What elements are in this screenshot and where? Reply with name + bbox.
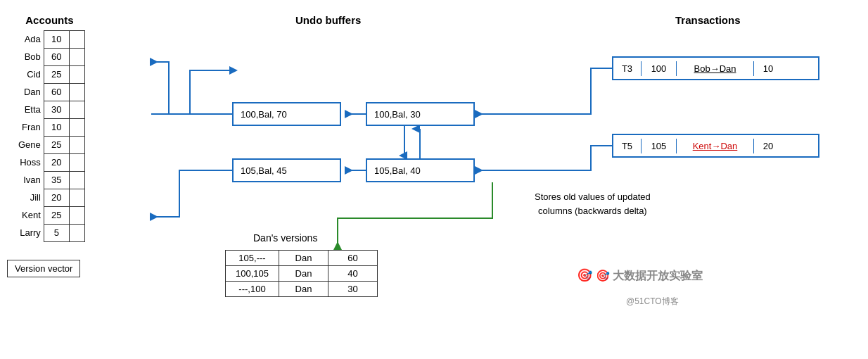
t5-transfer: Kent→Dan — [677, 139, 754, 153]
account-extra-col — [69, 31, 84, 49]
dans-val: 60 — [328, 251, 378, 266]
undo-box-4-label: 105,Bal, 40 — [367, 163, 428, 178]
account-name: Fran — [14, 119, 44, 137]
account-value: 25 — [44, 66, 69, 84]
accounts-row: Kent 25 — [14, 207, 84, 225]
stores-old-line2: columns (backwards delta) — [535, 204, 651, 218]
t3-transfer: Bob→Dan — [677, 61, 754, 76]
accounts-table: Ada 10 Bob 60 Cid 25 Dan 60 Etta 30 Fran… — [14, 30, 85, 242]
accounts-row: Dan 60 — [14, 84, 84, 101]
watermark: 🎯 🎯 大数据开放实验室 — [577, 267, 703, 284]
accounts-row: Larry 5 — [14, 225, 84, 242]
account-value: 5 — [44, 225, 69, 242]
page-container: Accounts Ada 10 Bob 60 Cid 25 Dan 60 Ett… — [0, 0, 868, 359]
account-extra-col — [69, 207, 84, 225]
accounts-row: Bob 60 — [14, 49, 84, 66]
undo-box-3-label: 105,Bal, 45 — [234, 163, 294, 178]
account-value: 60 — [44, 49, 69, 66]
account-value: 25 — [44, 137, 69, 154]
account-extra-col — [69, 225, 84, 242]
account-value: 10 — [44, 119, 69, 137]
box1-to-dan-arrow — [150, 62, 232, 114]
dans-ver: ---,100 — [226, 282, 279, 297]
watermark-sub: @51CTO博客 — [626, 296, 679, 308]
account-extra-col — [69, 119, 84, 137]
dans-versions-row: 100,105 Dan 40 — [226, 266, 378, 282]
account-extra-col — [69, 189, 84, 207]
undo-box-2: 100,Bal, 30 — [366, 102, 475, 126]
undo-box-4: 105,Bal, 40 — [366, 158, 475, 182]
t5-id: T5 — [613, 139, 642, 153]
account-name: Gene — [14, 137, 44, 154]
t5-box: T5 105 Kent→Dan 20 — [612, 134, 819, 158]
dans-versions-row: 105,--- Dan 60 — [226, 251, 378, 266]
accounts-row: Ivan 35 — [14, 172, 84, 189]
account-value: 20 — [44, 189, 69, 207]
dans-name: Dan — [279, 251, 328, 266]
account-value: 60 — [44, 84, 69, 101]
accounts-to-box1-arrow — [151, 70, 232, 114]
accounts-row: Ada 10 — [14, 31, 84, 49]
box4-to-dans-versions-arrow — [338, 182, 492, 250]
account-extra-col — [69, 172, 84, 189]
account-value: 30 — [44, 101, 69, 119]
t3-amount: 10 — [754, 61, 782, 76]
undo-box-1-label: 100,Bal, 70 — [234, 107, 294, 122]
transactions-title: Transactions — [675, 14, 741, 26]
account-value: 10 — [44, 31, 69, 49]
t3-box: T3 100 Bob→Dan 10 — [612, 56, 819, 80]
dans-versions-table: 105,--- Dan 60 100,105 Dan 40 ---,100 Da… — [225, 250, 378, 297]
account-name: Cid — [14, 66, 44, 84]
account-name: Bob — [14, 49, 44, 66]
account-name: Jill — [14, 189, 44, 207]
accounts-row: Cid 25 — [14, 66, 84, 84]
account-extra-col — [69, 101, 84, 119]
dans-val: 30 — [328, 282, 378, 297]
dans-versions-title: Dan's versions — [253, 232, 317, 244]
accounts-row: Jill 20 — [14, 189, 84, 207]
account-name: Ivan — [14, 172, 44, 189]
account-extra-col — [69, 66, 84, 84]
account-name: Dan — [14, 84, 44, 101]
version-vector-label: Version vector — [15, 263, 72, 274]
t3-to-box2-arrow — [475, 68, 612, 114]
stores-old-line1: Stores old values of updated — [535, 190, 651, 204]
watermark-text: 🎯 大数据开放实验室 — [596, 270, 703, 282]
account-value: 25 — [44, 207, 69, 225]
dans-name: Dan — [279, 266, 328, 282]
watermark-icon: 🎯 — [577, 268, 592, 282]
account-extra-col — [69, 49, 84, 66]
account-value: 35 — [44, 172, 69, 189]
t3-id: T3 — [613, 61, 642, 76]
dans-ver: 100,105 — [226, 266, 279, 282]
account-name: Etta — [14, 101, 44, 119]
account-value: 20 — [44, 154, 69, 172]
accounts-row: Gene 25 — [14, 137, 84, 154]
t5-amount: 20 — [754, 139, 782, 153]
accounts-row: Fran 10 — [14, 119, 84, 137]
accounts-title: Accounts — [14, 14, 85, 26]
account-name: Ada — [14, 31, 44, 49]
t5-num: 105 — [642, 139, 677, 153]
t3-num: 100 — [642, 61, 677, 76]
undo-box-2-label: 100,Bal, 30 — [367, 107, 428, 122]
account-extra-col — [69, 137, 84, 154]
accounts-row: Hoss 20 — [14, 154, 84, 172]
dans-ver: 105,--- — [226, 251, 279, 266]
accounts-section: Accounts Ada 10 Bob 60 Cid 25 Dan 60 Ett… — [14, 14, 85, 242]
stores-old-text: Stores old values of updated columns (ba… — [535, 190, 651, 218]
undo-box-1: 100,Bal, 70 — [232, 102, 341, 126]
undo-buffers-title: Undo buffers — [295, 14, 361, 26]
accounts-row: Etta 30 — [14, 101, 84, 119]
account-name: Hoss — [14, 154, 44, 172]
account-name: Kent — [14, 207, 44, 225]
undo-box-3: 105,Bal, 45 — [232, 158, 341, 182]
dans-val: 40 — [328, 266, 378, 282]
account-extra-col — [69, 84, 84, 101]
t5-to-box4-arrow — [475, 146, 612, 170]
dans-name: Dan — [279, 282, 328, 297]
box3-to-kent-arrow — [150, 170, 232, 217]
dans-versions-row: ---,100 Dan 30 — [226, 282, 378, 297]
version-vector-box: Version vector — [7, 260, 80, 277]
account-extra-col — [69, 154, 84, 172]
